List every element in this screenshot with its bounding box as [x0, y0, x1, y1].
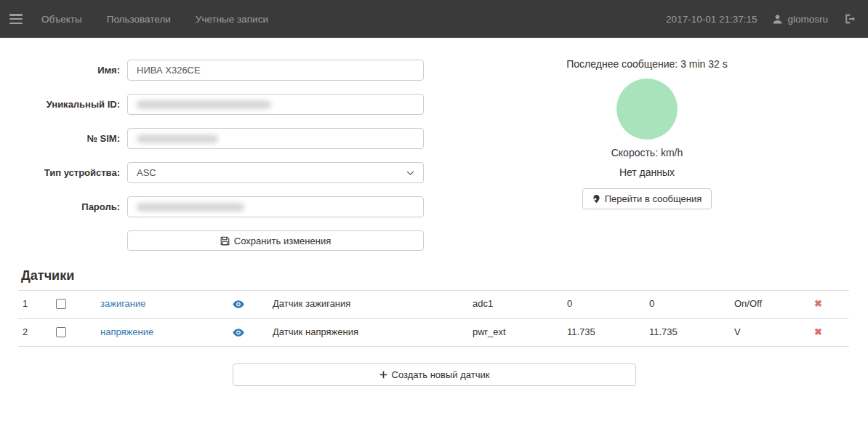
save-button[interactable]: Сохранить изменения [127, 230, 424, 251]
name-label: Имя: [0, 60, 120, 81]
sensor-unit: On/Off [734, 290, 762, 318]
logout-icon[interactable] [843, 13, 856, 25]
nav-item-users[interactable]: Пользователи [107, 14, 171, 25]
sim-label: № SIM: [0, 128, 120, 149]
delete-sensor-icon[interactable]: ✖ [814, 318, 822, 346]
sensor-unit: V [734, 318, 741, 346]
hamburger-menu-icon[interactable] [9, 14, 23, 24]
user-menu[interactable]: glomosru [772, 14, 828, 25]
delete-sensor-icon[interactable]: ✖ [814, 290, 822, 318]
device-type-select[interactable]: ASC [127, 162, 424, 183]
sensor-parameter: pwr_ext [473, 318, 506, 346]
main-menu: Объекты Пользователи Учетные записи [41, 14, 268, 25]
save-icon [220, 236, 230, 246]
plus-icon [379, 371, 387, 379]
field-row-name: Имя: [0, 60, 436, 81]
sensor-index: 1 [23, 290, 28, 318]
go-to-messages-label: Перейти в сообщения [605, 193, 702, 204]
chevron-down-icon [406, 167, 414, 178]
status-circle [616, 79, 678, 140]
last-message-text: Последнее сообщение: 3 min 32 s [545, 58, 749, 70]
visibility-eye-icon[interactable] [233, 290, 244, 318]
save-button-label: Сохранить изменения [234, 236, 331, 246]
sensor-parameter: adc1 [473, 290, 493, 318]
sensor-converted-value: 0 [649, 290, 654, 318]
nav-item-accounts[interactable]: Учетные записи [196, 14, 268, 25]
sensor-description: Датчик зажигания [273, 290, 350, 318]
navbar-left: Объекты Пользователи Учетные записи [0, 14, 268, 25]
speed-text: Скорость: km/h [545, 147, 749, 158]
sensor-checkbox[interactable] [56, 327, 66, 337]
unique-id-input[interactable] [127, 94, 424, 115]
table-divider [18, 346, 849, 347]
sensor-row-1: 1 зажигание Датчик зажигания adc1 0 0 On… [0, 290, 868, 318]
sensor-name-link[interactable]: напряжение [100, 318, 153, 346]
navbar-right: 2017-10-01 21:37:15 glomosru [666, 13, 868, 25]
sensor-description: Датчик напряжения [273, 318, 358, 346]
status-panel: Последнее сообщение: 3 min 32 s Скорость… [545, 58, 749, 209]
password-label: Пароль: [0, 196, 120, 217]
map-pin-icon [592, 194, 600, 204]
sensor-value: 0 [567, 290, 572, 318]
user-icon [772, 14, 783, 25]
sensors-section-title: Датчики [21, 268, 74, 284]
object-edit-page: Объекты Пользователи Учетные записи 2017… [0, 0, 868, 426]
visibility-eye-icon[interactable] [233, 318, 244, 346]
sensor-name-link[interactable]: зажигание [100, 290, 146, 318]
no-data-text: Нет данных [545, 166, 749, 178]
device-type-value: ASC [137, 167, 156, 178]
device-type-label: Тип устройства: [0, 162, 120, 183]
nav-item-objects[interactable]: Объекты [41, 14, 82, 25]
field-row-password: Пароль: [0, 196, 436, 217]
field-row-device-type: Тип устройства: ASC [0, 162, 436, 183]
field-row-sim: № SIM: [0, 128, 436, 149]
name-input[interactable] [127, 60, 424, 81]
redacted-value [137, 100, 271, 109]
username: glomosru [787, 14, 828, 25]
create-sensor-button[interactable]: Создать новый датчик [233, 363, 636, 386]
unique-id-label: Уникальный ID: [0, 94, 120, 115]
sensor-value: 11.735 [567, 318, 595, 346]
field-row-unique-id: Уникальный ID: [0, 94, 436, 115]
current-datetime: 2017-10-01 21:37:15 [666, 14, 757, 25]
sensor-checkbox[interactable] [56, 299, 66, 309]
sim-input[interactable] [127, 128, 424, 149]
password-input[interactable] [127, 196, 424, 217]
create-sensor-label: Создать новый датчик [392, 369, 490, 380]
navbar: Объекты Пользователи Учетные записи 2017… [0, 0, 868, 38]
go-to-messages-button[interactable]: Перейти в сообщения [582, 188, 712, 209]
sensor-row-2: 2 напряжение Датчик напряжения pwr_ext 1… [0, 318, 868, 346]
redacted-value [137, 203, 244, 212]
redacted-value [137, 134, 218, 143]
sensor-index: 2 [23, 318, 28, 346]
sensor-converted-value: 11.735 [649, 318, 678, 346]
